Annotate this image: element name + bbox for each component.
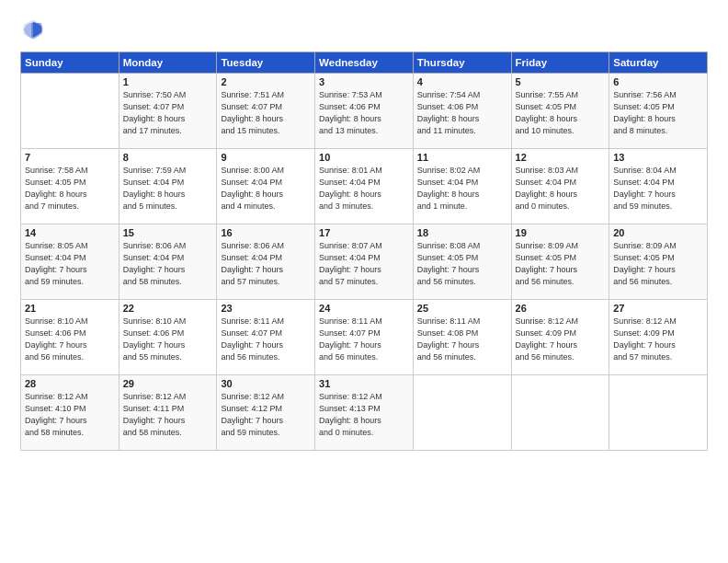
column-header-saturday: Saturday [609, 52, 708, 74]
calendar-cell: 7Sunrise: 7:58 AM Sunset: 4:05 PM Daylig… [21, 149, 119, 224]
calendar-cell: 9Sunrise: 8:00 AM Sunset: 4:04 PM Daylig… [217, 149, 315, 224]
day-info: Sunrise: 8:09 AM Sunset: 4:05 PM Dayligh… [516, 240, 606, 288]
day-number: 19 [516, 227, 606, 238]
day-number: 30 [221, 378, 311, 389]
day-info: Sunrise: 8:06 AM Sunset: 4:04 PM Dayligh… [123, 240, 213, 288]
day-number: 7 [25, 152, 115, 163]
day-number: 21 [25, 303, 115, 314]
calendar-header-row: SundayMondayTuesdayWednesdayThursdayFrid… [21, 52, 708, 74]
day-number: 24 [319, 303, 409, 314]
calendar-cell: 19Sunrise: 8:09 AM Sunset: 4:05 PM Dayli… [511, 224, 609, 300]
day-info: Sunrise: 7:51 AM Sunset: 4:07 PM Dayligh… [221, 89, 311, 137]
calendar-cell: 17Sunrise: 8:07 AM Sunset: 4:04 PM Dayli… [315, 224, 414, 300]
page: SundayMondayTuesdayWednesdayThursdayFrid… [0, 0, 728, 563]
day-number: 27 [613, 303, 703, 314]
day-info: Sunrise: 8:01 AM Sunset: 4:04 PM Dayligh… [319, 165, 409, 213]
calendar-cell: 20Sunrise: 8:09 AM Sunset: 4:05 PM Dayli… [609, 224, 708, 300]
day-info: Sunrise: 8:05 AM Sunset: 4:04 PM Dayligh… [25, 240, 115, 288]
calendar-cell: 21Sunrise: 8:10 AM Sunset: 4:06 PM Dayli… [21, 300, 119, 375]
column-header-monday: Monday [119, 52, 217, 74]
calendar-cell: 14Sunrise: 8:05 AM Sunset: 4:04 PM Dayli… [21, 224, 119, 300]
day-number: 9 [221, 152, 311, 163]
day-number: 1 [123, 76, 213, 87]
logo-icon [20, 17, 46, 42]
day-info: Sunrise: 8:00 AM Sunset: 4:04 PM Dayligh… [221, 165, 311, 213]
calendar-cell [21, 74, 119, 149]
calendar-week-row: 14Sunrise: 8:05 AM Sunset: 4:04 PM Dayli… [21, 224, 708, 300]
day-info: Sunrise: 8:11 AM Sunset: 4:07 PM Dayligh… [221, 316, 311, 363]
day-number: 16 [221, 227, 311, 238]
day-info: Sunrise: 8:06 AM Sunset: 4:04 PM Dayligh… [221, 240, 311, 288]
day-info: Sunrise: 8:12 AM Sunset: 4:10 PM Dayligh… [25, 391, 115, 439]
day-number: 20 [613, 227, 703, 238]
day-info: Sunrise: 8:08 AM Sunset: 4:05 PM Dayligh… [417, 240, 507, 288]
calendar-cell: 16Sunrise: 8:06 AM Sunset: 4:04 PM Dayli… [217, 224, 315, 300]
day-info: Sunrise: 7:56 AM Sunset: 4:05 PM Dayligh… [613, 89, 703, 137]
day-number: 13 [613, 152, 703, 163]
day-number: 2 [221, 76, 311, 87]
column-header-thursday: Thursday [413, 52, 511, 74]
calendar-cell: 1Sunrise: 7:50 AM Sunset: 4:07 PM Daylig… [119, 74, 217, 149]
calendar-cell: 25Sunrise: 8:11 AM Sunset: 4:08 PM Dayli… [413, 300, 511, 375]
day-info: Sunrise: 8:12 AM Sunset: 4:09 PM Dayligh… [613, 316, 703, 363]
day-number: 23 [221, 303, 311, 314]
calendar-week-row: 28Sunrise: 8:12 AM Sunset: 4:10 PM Dayli… [21, 375, 708, 451]
day-info: Sunrise: 8:12 AM Sunset: 4:12 PM Dayligh… [221, 391, 311, 439]
day-info: Sunrise: 7:58 AM Sunset: 4:05 PM Dayligh… [25, 165, 115, 213]
calendar-cell: 3Sunrise: 7:53 AM Sunset: 4:06 PM Daylig… [315, 74, 414, 149]
day-info: Sunrise: 8:02 AM Sunset: 4:04 PM Dayligh… [417, 165, 507, 213]
calendar-cell: 18Sunrise: 8:08 AM Sunset: 4:05 PM Dayli… [413, 224, 511, 300]
calendar-cell: 26Sunrise: 8:12 AM Sunset: 4:09 PM Dayli… [511, 300, 609, 375]
day-number: 22 [123, 303, 213, 314]
calendar-week-row: 1Sunrise: 7:50 AM Sunset: 4:07 PM Daylig… [21, 74, 708, 149]
column-header-wednesday: Wednesday [315, 52, 414, 74]
day-info: Sunrise: 8:12 AM Sunset: 4:11 PM Dayligh… [123, 391, 213, 439]
column-header-friday: Friday [511, 52, 609, 74]
day-info: Sunrise: 8:03 AM Sunset: 4:04 PM Dayligh… [516, 165, 606, 213]
day-info: Sunrise: 7:55 AM Sunset: 4:05 PM Dayligh… [516, 89, 606, 137]
day-number: 17 [319, 227, 409, 238]
column-header-sunday: Sunday [21, 52, 119, 74]
calendar-cell: 15Sunrise: 8:06 AM Sunset: 4:04 PM Dayli… [119, 224, 217, 300]
calendar-cell: 12Sunrise: 8:03 AM Sunset: 4:04 PM Dayli… [511, 149, 609, 224]
day-number: 18 [417, 227, 507, 238]
day-number: 5 [516, 76, 606, 87]
calendar-cell: 2Sunrise: 7:51 AM Sunset: 4:07 PM Daylig… [217, 74, 315, 149]
calendar-cell: 22Sunrise: 8:10 AM Sunset: 4:06 PM Dayli… [119, 300, 217, 375]
day-info: Sunrise: 8:11 AM Sunset: 4:08 PM Dayligh… [417, 316, 507, 363]
day-number: 15 [123, 227, 213, 238]
calendar-cell: 27Sunrise: 8:12 AM Sunset: 4:09 PM Dayli… [609, 300, 708, 375]
day-info: Sunrise: 8:07 AM Sunset: 4:04 PM Dayligh… [319, 240, 409, 288]
day-number: 8 [123, 152, 213, 163]
day-number: 26 [516, 303, 606, 314]
day-info: Sunrise: 8:09 AM Sunset: 4:05 PM Dayligh… [613, 240, 703, 288]
calendar-cell [609, 375, 708, 451]
calendar-cell: 11Sunrise: 8:02 AM Sunset: 4:04 PM Dayli… [413, 149, 511, 224]
day-info: Sunrise: 8:12 AM Sunset: 4:13 PM Dayligh… [319, 391, 409, 439]
calendar-cell: 13Sunrise: 8:04 AM Sunset: 4:04 PM Dayli… [609, 149, 708, 224]
calendar-cell [413, 375, 511, 451]
calendar: SundayMondayTuesdayWednesdayThursdayFrid… [20, 52, 708, 451]
day-info: Sunrise: 8:11 AM Sunset: 4:07 PM Dayligh… [319, 316, 409, 363]
calendar-cell: 30Sunrise: 8:12 AM Sunset: 4:12 PM Dayli… [217, 375, 315, 451]
calendar-cell: 31Sunrise: 8:12 AM Sunset: 4:13 PM Dayli… [315, 375, 414, 451]
logo [20, 17, 50, 42]
day-info: Sunrise: 7:53 AM Sunset: 4:06 PM Dayligh… [319, 89, 409, 137]
day-number: 14 [25, 227, 115, 238]
calendar-cell: 10Sunrise: 8:01 AM Sunset: 4:04 PM Dayli… [315, 149, 414, 224]
day-info: Sunrise: 8:04 AM Sunset: 4:04 PM Dayligh… [613, 165, 703, 213]
calendar-cell: 29Sunrise: 8:12 AM Sunset: 4:11 PM Dayli… [119, 375, 217, 451]
day-number: 25 [417, 303, 507, 314]
day-info: Sunrise: 7:54 AM Sunset: 4:06 PM Dayligh… [417, 89, 507, 137]
calendar-cell: 23Sunrise: 8:11 AM Sunset: 4:07 PM Dayli… [217, 300, 315, 375]
header [20, 17, 708, 42]
day-info: Sunrise: 7:50 AM Sunset: 4:07 PM Dayligh… [123, 89, 213, 137]
day-number: 28 [25, 378, 115, 389]
calendar-cell: 5Sunrise: 7:55 AM Sunset: 4:05 PM Daylig… [511, 74, 609, 149]
day-info: Sunrise: 8:12 AM Sunset: 4:09 PM Dayligh… [516, 316, 606, 363]
calendar-cell: 24Sunrise: 8:11 AM Sunset: 4:07 PM Dayli… [315, 300, 414, 375]
calendar-cell [511, 375, 609, 451]
day-info: Sunrise: 7:59 AM Sunset: 4:04 PM Dayligh… [123, 165, 213, 213]
calendar-week-row: 21Sunrise: 8:10 AM Sunset: 4:06 PM Dayli… [21, 300, 708, 375]
column-header-tuesday: Tuesday [217, 52, 315, 74]
